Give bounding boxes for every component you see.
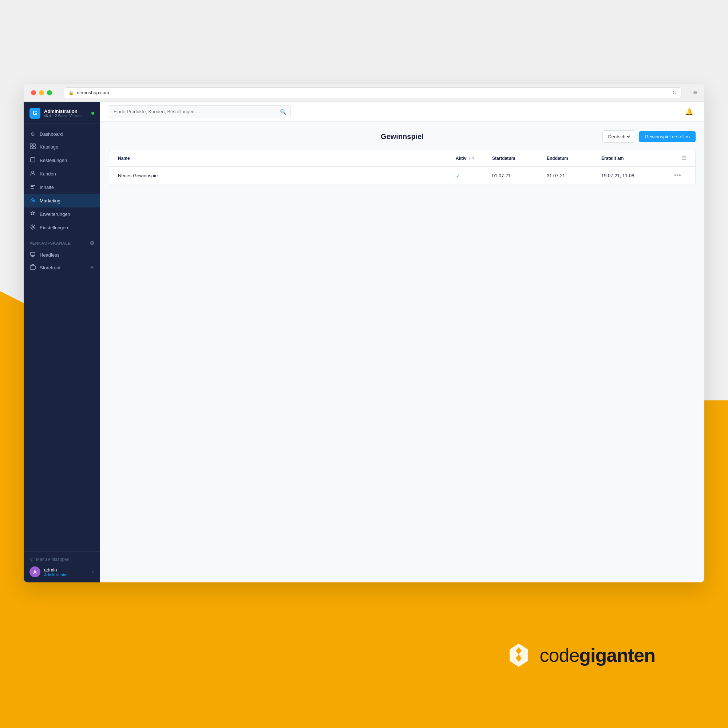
brand-name: codegiganten (540, 644, 655, 666)
sidebar-header: G Administration v6.4.1.2 Stable Version (24, 102, 100, 123)
collapse-icon: ◎ (29, 557, 33, 562)
headless-label: Headless (40, 252, 59, 258)
kataloge-icon (29, 144, 36, 150)
sidebar-item-headless[interactable]: Headless (24, 249, 100, 262)
svg-rect-11 (31, 188, 34, 188)
search-icon: 🔍 (280, 109, 286, 115)
top-bar: 🔍 🔔 (100, 102, 704, 122)
bestellungen-icon (29, 157, 36, 164)
cell-created-at: 19.07.21, 11:08 (598, 167, 671, 185)
headless-icon (29, 252, 36, 258)
brand-title: Administration (44, 109, 81, 114)
language-dropdown[interactable]: Deutsch (606, 134, 631, 140)
col-settings[interactable]: ☰ (671, 150, 690, 166)
user-avatar: A (29, 566, 40, 577)
page-title: Gewinnspiel (306, 133, 498, 141)
collapse-label: Menü einklappen (36, 557, 69, 562)
search-input[interactable] (113, 109, 277, 114)
svg-rect-7 (31, 158, 35, 162)
reload-icon[interactable]: ↻ (672, 90, 677, 96)
svg-rect-14 (30, 266, 35, 269)
browser-content: G Administration v6.4.1.2 Stable Version… (24, 102, 704, 583)
sidebar-item-label: Dashboard (40, 132, 63, 137)
col-header-startdatum: Startdatum (489, 150, 544, 166)
language-select[interactable]: Deutsch (603, 130, 635, 143)
browser-menu-icon[interactable]: ≡ (693, 89, 697, 96)
svg-rect-9 (31, 185, 35, 186)
add-channel-icon[interactable]: ⊕ (90, 240, 95, 246)
inhalte-icon (29, 184, 36, 191)
maximize-button[interactable] (47, 90, 52, 95)
active-check-icon: ✓ (456, 172, 460, 179)
shopware-icon: G (29, 108, 40, 119)
cell-end-date: 31.07.21 (544, 167, 598, 185)
user-name: admin (44, 567, 87, 573)
svg-rect-10 (31, 187, 34, 187)
sidebar-nav: ⊙ Dashboard Kataloge Bestellungen (24, 123, 100, 551)
main-content: 🔍 🔔 Gewinnspiel Deutsch G (100, 102, 704, 583)
data-table: Name Aktiv ▲▼ Startdatum Enddatum (109, 150, 696, 185)
collapse-menu[interactable]: ◎ Menü einklappen (29, 557, 94, 562)
close-button[interactable] (31, 90, 36, 95)
user-role: Administrator (44, 573, 87, 577)
brand-logo-icon (504, 641, 533, 670)
sidebar-item-label: Einstellungen (40, 225, 68, 230)
col-header-aktiv[interactable]: Aktiv ▲▼ (453, 150, 489, 166)
sidebar-user[interactable]: A admin Administrator ∧ (29, 566, 94, 577)
address-bar: 🔒 demoshop.com ↻ (64, 87, 681, 98)
cell-start-date: 01.07.21 (489, 167, 544, 185)
notification-bell[interactable]: 🔔 (682, 105, 696, 118)
browser-window: 🔒 demoshop.com ↻ ≡ G Administration v6.4… (24, 84, 704, 583)
sidebar: G Administration v6.4.1.2 Stable Version… (24, 102, 100, 583)
sidebar-brand-text: Administration v6.4.1.2 Stable Version (44, 109, 81, 118)
column-settings-icon[interactable]: ☰ (681, 155, 687, 162)
kunden-icon (29, 170, 36, 177)
sales-channels-section: Verkaufskanäle ⊕ (24, 234, 100, 249)
traffic-lights (31, 90, 52, 95)
sidebar-item-label: Marketing (40, 198, 60, 203)
sidebar-item-kataloge[interactable]: Kataloge (24, 140, 100, 154)
sort-icon: ▲▼ (468, 156, 475, 160)
sidebar-item-label: Bestellungen (40, 158, 67, 163)
col-header-erstellt: Erstellt am (598, 150, 671, 166)
cell-active: ✓ (453, 167, 489, 185)
create-button[interactable]: Gewinnspiel erstellen (639, 131, 696, 142)
sidebar-item-bestellungen[interactable]: Bestellungen (24, 154, 100, 167)
sidebar-item-inhalte[interactable]: Inhalte (24, 180, 100, 194)
sidebar-item-label: Kunden (40, 171, 56, 177)
sidebar-item-marketing[interactable]: Marketing (24, 194, 100, 208)
dashboard-icon: ⊙ (29, 131, 36, 137)
lock-icon: 🔒 (69, 90, 74, 95)
storefront-label: Storefront (40, 265, 60, 271)
sidebar-item-einstellungen[interactable]: Einstellungen (24, 221, 100, 234)
eye-icon[interactable]: 👁 (90, 265, 94, 271)
table-row: Neues Gewinnspiel ✓ 01.07.21 31.07.21 19… (109, 167, 695, 185)
svg-rect-5 (30, 147, 32, 149)
sales-channels-label: Verkaufskanäle (29, 241, 70, 245)
sidebar-item-label: Inhalte (40, 185, 54, 190)
sidebar-item-storefront[interactable]: Storefront 👁 (24, 262, 100, 274)
minimize-button[interactable] (39, 90, 44, 95)
user-chevron-icon: ∧ (91, 569, 94, 574)
svg-point-8 (32, 171, 34, 173)
online-status-dot (91, 112, 94, 115)
einstellungen-icon (29, 224, 36, 231)
table-header: Name Aktiv ▲▼ Startdatum Enddatum (109, 150, 695, 167)
sidebar-item-erweiterungen[interactable]: Erweiterungen (24, 208, 100, 221)
svg-rect-6 (33, 147, 35, 149)
cell-actions[interactable]: ••• (671, 167, 690, 185)
svg-point-12 (32, 226, 34, 228)
browser-chrome: 🔒 demoshop.com ↻ ≡ (24, 84, 704, 102)
cell-name: Neues Gewinnspiel (115, 167, 453, 185)
col-header-name: Name (115, 150, 453, 166)
sidebar-item-dashboard[interactable]: ⊙ Dashboard (24, 128, 100, 140)
sidebar-item-label: Erweiterungen (40, 211, 70, 217)
search-box: 🔍 (109, 105, 291, 118)
svg-rect-4 (33, 144, 35, 146)
user-info: admin Administrator (44, 567, 87, 577)
row-actions-icon[interactable]: ••• (674, 172, 681, 179)
erweiterungen-icon (29, 211, 36, 218)
sidebar-item-label: Kataloge (40, 144, 58, 150)
svg-rect-13 (31, 252, 35, 255)
sidebar-item-kunden[interactable]: Kunden (24, 167, 100, 180)
